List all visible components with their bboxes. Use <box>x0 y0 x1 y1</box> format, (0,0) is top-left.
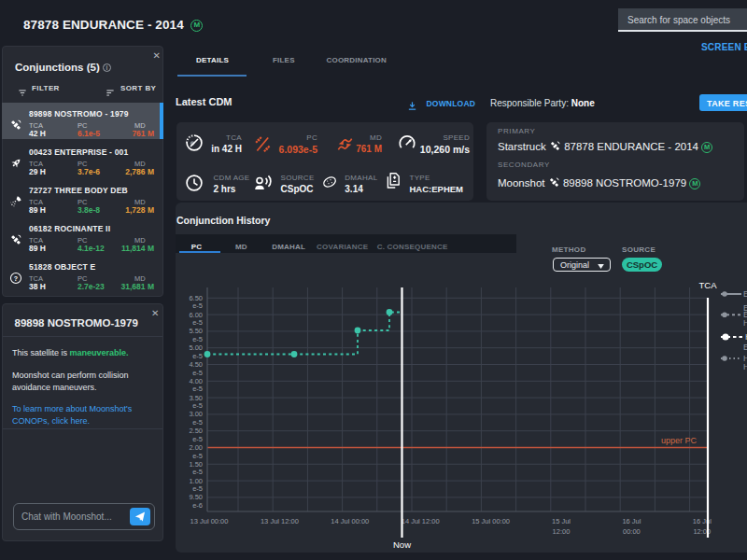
svg-text:E: E <box>743 289 747 299</box>
svg-text:H: H <box>743 362 747 371</box>
svg-text:00:00: 00:00 <box>623 527 641 536</box>
svg-text:e-5: e-5 <box>192 418 203 427</box>
svg-text:13 Jul 00:00: 13 Jul 00:00 <box>190 517 229 525</box>
svg-text:15 Jul 00:00: 15 Jul 00:00 <box>472 517 510 525</box>
svg-text:e-5: e-5 <box>192 401 203 410</box>
svg-text:14 Jul 12:00: 14 Jul 12:00 <box>402 517 440 525</box>
svg-text:TCA: TCA <box>699 280 718 290</box>
svg-text:e-5: e-5 <box>192 335 203 343</box>
svg-text:15 Jul: 15 Jul <box>552 517 571 525</box>
svg-text:e-5: e-5 <box>192 385 203 393</box>
svg-text:14 Jul 00:00: 14 Jul 00:00 <box>331 517 369 525</box>
svg-text:e-5: e-5 <box>192 435 203 443</box>
svg-text:12:00: 12:00 <box>553 527 571 536</box>
svg-text:e-5: e-5 <box>192 369 203 377</box>
svg-text:E: E <box>743 343 747 352</box>
svg-text:e-5: e-5 <box>192 352 203 360</box>
svg-text:e-5: e-5 <box>192 301 203 310</box>
svg-text:e-5: e-5 <box>192 484 203 493</box>
svg-text:16 Jul: 16 Jul <box>622 517 641 525</box>
svg-text:e-5: e-5 <box>192 318 203 327</box>
svg-text:e-5: e-5 <box>192 452 203 460</box>
svg-text:H: H <box>743 318 747 328</box>
svg-text:13 Jul 12:00: 13 Jul 12:00 <box>261 517 299 525</box>
svg-text:e-6: e-6 <box>192 501 203 510</box>
svg-text:?: ? <box>14 274 18 281</box>
svg-text:Now: Now <box>393 539 411 550</box>
svg-text:e-5: e-5 <box>192 468 203 476</box>
svg-text:upper PC: upper PC <box>661 436 698 445</box>
